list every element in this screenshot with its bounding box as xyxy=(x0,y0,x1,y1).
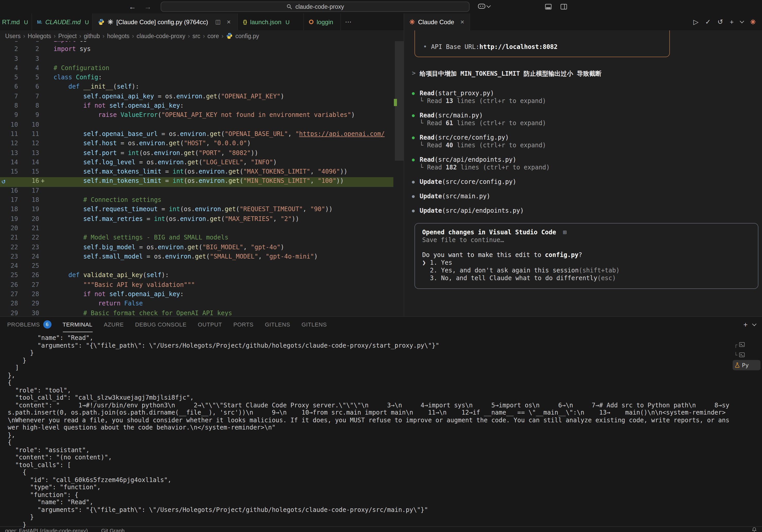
tool-result-expandable[interactable]: └ Read 13 lines (ctrl+r to expand) xyxy=(412,97,762,105)
close-tab-icon[interactable]: × xyxy=(460,18,464,26)
python-file-icon xyxy=(98,19,105,25)
code-text: if not self.openai_api_key: xyxy=(53,290,184,300)
line-number-original: 26 xyxy=(0,281,18,290)
tool-result-expandable[interactable]: └ Read 40 lines (ctrl+r to expand) xyxy=(412,142,762,149)
claude-code-pane[interactable]: • API Base URL: http://localhost:8082 > … xyxy=(404,31,762,316)
code-line[interactable]: 1313 self.port = int(os.environ.get("POR… xyxy=(0,149,393,159)
code-line[interactable]: 1515 self.max_tokens_limit = int(os.envi… xyxy=(0,168,393,178)
panel-tab-ports[interactable]: PORTS xyxy=(234,317,254,332)
tool-result-expandable[interactable]: └ Read 61 lines (ctrl+r to expand) xyxy=(412,119,762,127)
added-line-marker xyxy=(39,300,46,310)
panel-tab-azure[interactable]: AZURE xyxy=(104,317,124,332)
discard-changes-button[interactable]: ↺ xyxy=(718,18,723,26)
code-line[interactable]: 1920 self.max_retries = int(os.environ.g… xyxy=(0,215,393,225)
line-number-original: 22 xyxy=(0,243,18,253)
code-line[interactable]: 2223 self.big_model = os.environ.get("BI… xyxy=(0,243,393,253)
code-line[interactable]: 2526 def validate_api_key(self): xyxy=(0,272,393,281)
code-line[interactable]: 77 self.openai_api_key = os.environ.get(… xyxy=(0,93,393,102)
api-base-url-value: http://localhost:8082 xyxy=(479,43,557,50)
code-line[interactable]: 1819 self.request_timeout = int(os.envir… xyxy=(0,206,393,215)
close-tab-icon[interactable]: × xyxy=(227,18,231,26)
breadcrumb-item[interactable]: github xyxy=(84,33,100,39)
code-line[interactable]: 2728 if not self.openai_api_key: xyxy=(0,290,393,300)
code-line[interactable]: 44# Configuration xyxy=(0,64,393,74)
breadcrumb-item[interactable]: claude-code-proxy xyxy=(137,33,185,39)
customize-layout-button[interactable] xyxy=(560,3,568,10)
toggle-panel-button[interactable] xyxy=(545,3,552,10)
dialog-option[interactable]: 2. Yes, and don't ask again this session… xyxy=(422,267,751,274)
command-center-search[interactable]: claude-code-proxy xyxy=(161,2,470,12)
tool-result-expandable[interactable]: └ Read 182 lines (ctrl+r to expand) xyxy=(412,164,762,172)
split-editor-icon[interactable]: ◫ xyxy=(215,19,221,25)
breadcrumb-item[interactable]: config.py xyxy=(235,33,259,39)
panel-tab-terminal[interactable]: TERMINAL xyxy=(62,317,92,332)
breadcrumb-item[interactable]: Users xyxy=(5,33,21,39)
code-line[interactable]: 33 xyxy=(0,55,393,64)
editor-scrollbar[interactable] xyxy=(393,41,404,316)
dialog-question: Do you want to make this edit to config.… xyxy=(422,251,751,259)
breadcrumb-item[interactable]: core xyxy=(207,33,219,39)
new-terminal-button[interactable]: + xyxy=(743,320,748,329)
terminal-list-item[interactable]: ┌ xyxy=(733,340,760,350)
code-line[interactable]: 1718 # Connection settings xyxy=(0,196,393,206)
code-line[interactable]: 1414 self.log_level = os.environ.get("LO… xyxy=(0,159,393,168)
code-line[interactable]: 1212 self.host = os.environ.get("HOST", … xyxy=(0,140,393,149)
breadcrumb-item[interactable]: src xyxy=(192,33,200,39)
code-line[interactable]: 2425 xyxy=(0,262,393,272)
breadcrumb-item[interactable]: Holegots xyxy=(28,33,51,39)
accept-changes-button[interactable]: ✓ xyxy=(705,18,711,26)
panel-tab-output[interactable]: OUTPUT xyxy=(198,317,222,332)
revert-change-icon[interactable]: ↺ xyxy=(2,178,6,185)
panel-tab-debug-console[interactable]: DEBUG CONSOLE xyxy=(135,317,187,332)
code-line[interactable]: 2021 xyxy=(0,225,393,234)
tab-logging[interactable]: loggin xyxy=(304,13,341,31)
code-line[interactable]: 11import os xyxy=(0,41,393,45)
terminal-dropdown-icon[interactable] xyxy=(752,322,757,326)
line-number-modified: 22 xyxy=(18,234,39,243)
code-text: class Config: xyxy=(53,74,102,83)
dialog-option[interactable]: ❯1. Yes xyxy=(422,259,751,267)
panel-tab-gitlens[interactable]: GITLENS xyxy=(265,317,290,332)
dialog-option[interactable]: 3. No, and tell Claude what to do differ… xyxy=(422,274,751,282)
tab-launch-json[interactable]: {} launch.json U xyxy=(238,13,304,31)
new-session-button[interactable]: + xyxy=(730,18,734,26)
code-line[interactable]: 2829 return False xyxy=(0,300,393,310)
tab-claude-md[interactable]: M↓ CLAUDE.md U xyxy=(32,13,93,31)
code-line[interactable]: 2122 # Model settings - BIG and SMALL mo… xyxy=(0,234,393,243)
panel-tab-problems[interactable]: PROBLEMS6 xyxy=(7,317,51,332)
code-line[interactable]: 99 raise ValueError("OPENAI_API_KEY not … xyxy=(0,112,393,121)
breadcrumb-item[interactable]: Project xyxy=(58,33,77,39)
more-tabs-button[interactable]: ⋯ xyxy=(341,13,356,31)
copilot-button[interactable] xyxy=(478,3,490,10)
dialog-options: ❯1. Yes 2. Yes, and don't ask again this… xyxy=(422,259,751,282)
code-line[interactable]: ↺16+ self.min_tokens_limit = int(os.envi… xyxy=(0,178,393,187)
added-line-marker xyxy=(39,55,46,64)
tab-claude-code-panel[interactable]: Claude Code × xyxy=(404,13,470,31)
tool-call: ●Update(src/api/endpoints.py) xyxy=(412,207,762,215)
code-line[interactable]: 1617 xyxy=(0,187,393,196)
claude-logo-icon[interactable] xyxy=(750,19,756,25)
chevron-down-icon[interactable] xyxy=(740,19,744,24)
code-line[interactable]: 1010 xyxy=(0,121,393,130)
code-line[interactable]: 2324 self.small_model = os.environ.get("… xyxy=(0,253,393,263)
code-line[interactable]: 55class Config: xyxy=(0,74,393,83)
tab-report-md[interactable]: RT.md U xyxy=(0,13,32,31)
tab-claude-code-config-py[interactable]: [Claude Code] config.py (9764cc) ◫ × xyxy=(93,13,238,31)
run-button[interactable]: ▷ xyxy=(693,18,698,26)
terminal-list-item[interactable]: Py xyxy=(733,360,760,370)
code-line[interactable]: 66 def __init__(self): xyxy=(0,83,393,93)
code-line[interactable]: 2627 """Basic API key validation""" xyxy=(0,281,393,290)
code-line[interactable]: 1111 self.openai_base_url = os.environ.g… xyxy=(0,130,393,140)
line-number-modified: 12 xyxy=(18,140,39,149)
forward-button[interactable]: → xyxy=(144,3,151,11)
tool-call-group: ●Update(src/core/config.py) xyxy=(412,178,762,186)
terminal-list-item[interactable]: └ xyxy=(733,350,760,360)
code-line[interactable]: 2930 # Basic format check for OpenAI API… xyxy=(0,309,393,316)
bell-icon[interactable] xyxy=(752,527,757,532)
code-line[interactable]: 22import sys xyxy=(0,45,393,55)
panel-tab-gitlens[interactable]: GITLENS xyxy=(301,317,327,332)
code-editor[interactable]: 11import os22import sys3344# Configurati… xyxy=(0,41,404,316)
breadcrumb-item[interactable]: holegots xyxy=(107,33,129,39)
back-button[interactable]: ← xyxy=(129,3,136,11)
code-line[interactable]: 88 if not self.openai_api_key: xyxy=(0,102,393,112)
